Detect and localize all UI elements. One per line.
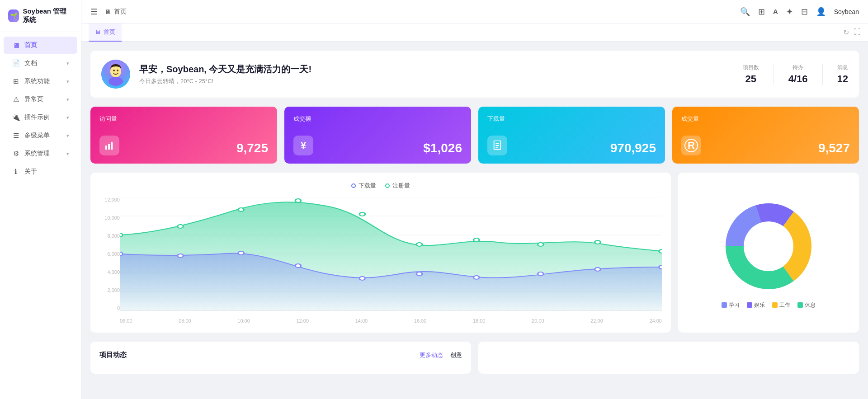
legend-work-label: 工作 (779, 301, 790, 309)
donut-legend: 学习 娱乐 工作 休息 (722, 301, 816, 309)
username-label: Soybean (834, 8, 859, 15)
sidebar-item-about[interactable]: ℹ 关于 (4, 163, 77, 180)
component-action-icon[interactable]: ⊟ (801, 7, 808, 17)
nav-arrow-system: ▾ (66, 151, 69, 157)
sidebar-item-system[interactable]: ⚙ 系统管理 ▾ (4, 145, 77, 162)
sidebar-item-home[interactable]: 🖥 首页 (4, 37, 77, 54)
svg-point-31 (238, 251, 244, 255)
svg-rect-5 (105, 146, 107, 150)
metric-bottom-1: ¥ $1,026 (293, 128, 462, 155)
nav-label-docs: 文档 (24, 59, 62, 67)
y-label-6000: 6,000 (99, 251, 120, 257)
nav-icon-exceptions: ⚠ (12, 95, 20, 103)
stat-pending-value: 4/16 (788, 73, 808, 85)
y-axis-labels: 12,000 10,000 8,000 6,000 4,000 2,000 0 (99, 197, 120, 311)
line-chart-svg-area (120, 197, 662, 311)
nav-icon-about: ℹ (12, 168, 20, 176)
metric-value-2: 970,925 (610, 141, 656, 155)
bottom-row: 项目动态 更多动态 创意 (90, 342, 859, 374)
metric-value-1: $1,026 (423, 141, 462, 155)
sidebar-nav: 🖥 首页 📄 文档 ▾ ⊞ 系统功能 ▾ ⚠ 异常页 ▾ 🔌 插件示例 ▾ ☰ … (0, 32, 81, 399)
x-label-2000: 20:00 (532, 318, 544, 324)
user-icon[interactable]: 👤 (816, 7, 826, 17)
legend-entertainment: 娱乐 (747, 301, 765, 309)
sidebar-item-functions[interactable]: ⊞ 系统功能 ▾ (4, 73, 77, 90)
svg-rect-6 (108, 144, 110, 150)
tab-home-label: 首页 (104, 28, 115, 36)
sidebar-item-docs[interactable]: 📄 文档 ▾ (4, 55, 77, 72)
nav-label-home: 首页 (24, 41, 69, 49)
line-chart-container: 12,000 10,000 8,000 6,000 4,000 2,000 0 (99, 197, 662, 324)
metric-icon-0 (99, 136, 119, 155)
nav-arrow-docs: ▾ (66, 61, 69, 66)
metric-bottom-0: 9,725 (99, 128, 268, 155)
search-action-icon[interactable]: 🔍 (740, 7, 750, 17)
sidebar: 🌱 Soybean 管理系统 🖥 首页 📄 文档 ▾ ⊞ 系统功能 ▾ ⚠ 异常… (0, 0, 81, 399)
svg-point-30 (178, 254, 184, 258)
top-bar-right: 🔍 ⊞ A ✦ ⊟ 👤 Soybean (740, 7, 859, 17)
second-bottom-card (478, 342, 859, 374)
project-activity-title: 项目动态 (99, 351, 127, 359)
home-breadcrumb-icon: 🖥 (105, 8, 111, 15)
svg-point-20 (178, 225, 184, 228)
welcome-title: 早安，Soybean, 今天又是充满活力的一天! (139, 63, 734, 75)
metric-cards: 访问量 9,725 成交额 ¥ $1,026 下载量 970,925 (90, 107, 859, 164)
donut-chart-card: 学习 娱乐 工作 休息 (678, 173, 859, 333)
svg-point-24 (416, 243, 422, 246)
svg-point-37 (595, 268, 601, 271)
metric-card-3: 成交量 R 9,527 (672, 107, 859, 164)
welcome-text: 早安，Soybean, 今天又是充满活力的一天! 今日多云转晴，20°C - 2… (139, 63, 734, 85)
create-link[interactable]: 创意 (450, 351, 462, 359)
sidebar-logo: 🌱 Soybean 管理系统 (0, 0, 81, 32)
breadcrumb: 🖥 首页 (105, 8, 127, 16)
project-activity-actions: 更多动态 创意 (420, 351, 462, 359)
chart-legend: 下载量 注册量 (99, 182, 662, 190)
svg-point-36 (538, 272, 543, 276)
metric-row-3: 成交量 (681, 115, 850, 128)
nav-label-functions: 系统功能 (24, 77, 62, 85)
metric-label-2: 下载量 (487, 115, 505, 123)
y-label-8000: 8,000 (99, 233, 120, 239)
sidebar-item-menus[interactable]: ☰ 多级菜单 ▾ (4, 127, 77, 144)
legend-study-label: 学习 (729, 301, 740, 309)
nav-arrow-menus: ▾ (66, 133, 69, 139)
stat-pending: 待办 4/16 (788, 64, 808, 85)
metric-card-0: 访问量 9,725 (90, 107, 277, 164)
legend-entertainment-label: 娱乐 (754, 301, 765, 309)
legend-entertainment-color (747, 302, 752, 308)
svg-point-19 (120, 233, 123, 237)
nav-label-menus: 多级菜单 (24, 131, 62, 140)
y-label-12000: 12,000 (99, 197, 120, 202)
translate-action-icon[interactable]: A (773, 8, 778, 15)
x-label-1600: 16:00 (414, 318, 427, 324)
svg-point-2 (113, 70, 115, 71)
legend-download-label: 下载量 (359, 182, 376, 190)
y-label-0: 0 (99, 305, 120, 311)
legend-study: 学习 (722, 301, 740, 309)
metric-value-3: 9,527 (818, 141, 850, 155)
nav-arrow-exceptions: ▾ (66, 97, 69, 103)
tab-home[interactable]: 🖥 首页 (89, 23, 122, 42)
metric-label-3: 成交量 (681, 115, 699, 123)
x-label-1400: 14:00 (355, 318, 368, 324)
nav-icon-system: ⚙ (12, 150, 20, 158)
user-avatar (101, 60, 130, 89)
sidebar-item-exceptions[interactable]: ⚠ 异常页 ▾ (4, 91, 77, 108)
logo-icon: 🌱 (8, 9, 19, 22)
tab-fullscreen-icon[interactable]: ⛶ (854, 28, 861, 37)
expand-action-icon[interactable]: ⊞ (758, 7, 765, 17)
tab-refresh-icon[interactable]: ↻ (843, 28, 849, 37)
legend-register-label: 注册量 (392, 182, 410, 190)
svg-point-21 (238, 208, 244, 211)
more-activity-link[interactable]: 更多动态 (420, 351, 443, 359)
svg-point-28 (659, 249, 662, 253)
sidebar-item-plugins[interactable]: 🔌 插件示例 ▾ (4, 109, 77, 126)
x-label-2200: 22:00 (590, 318, 603, 324)
svg-point-33 (359, 277, 365, 280)
collapse-icon[interactable]: ☰ (90, 7, 98, 17)
theme-action-icon[interactable]: ✦ (786, 7, 793, 17)
svg-point-26 (538, 243, 543, 246)
svg-rect-8 (494, 141, 501, 150)
line-chart-card: 下载量 注册量 12,000 10,000 8,000 6,000 (90, 173, 671, 333)
x-label-1800: 18:00 (473, 318, 486, 324)
